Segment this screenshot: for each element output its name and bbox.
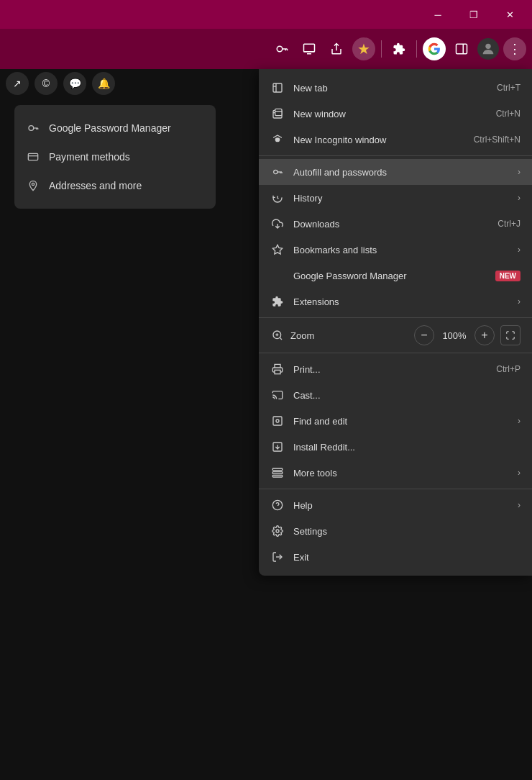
autofill-key-icon xyxy=(270,165,285,179)
divider-2 xyxy=(259,317,532,318)
help-icon xyxy=(270,498,285,512)
menu-item-new-tab[interactable]: New tab Ctrl+T xyxy=(259,75,532,101)
zoom-minus-button[interactable]: − xyxy=(414,325,434,345)
exit-icon xyxy=(270,550,285,564)
menu-item-print[interactable]: Print... Ctrl+P xyxy=(259,356,532,382)
exit-label: Exit xyxy=(293,552,520,563)
new-window-label: New window xyxy=(293,109,487,119)
menu-item-extensions[interactable]: Extensions › xyxy=(259,289,532,314)
menu-button[interactable]: ⋮ xyxy=(503,37,526,60)
sidebar-icon[interactable] xyxy=(450,37,473,60)
restore-button[interactable]: ❐ xyxy=(457,3,490,26)
google-icon[interactable] xyxy=(423,37,446,60)
bookmarks-arrow: › xyxy=(518,245,520,255)
downloads-label: Downloads xyxy=(293,219,489,230)
autofill-password-manager[interactable]: Google Password Manager xyxy=(14,114,216,142)
menu-item-downloads[interactable]: Downloads Ctrl+J xyxy=(259,211,532,237)
password-icon[interactable] xyxy=(270,37,293,60)
browser-toolbar: ★ ⋮ xyxy=(0,29,532,69)
autofill-addresses-label: Addresses and more xyxy=(49,180,142,191)
help-label: Help xyxy=(293,500,503,511)
print-icon xyxy=(270,362,285,376)
find-label: Find and edit xyxy=(293,416,503,427)
tab-icon-3[interactable]: 💬 xyxy=(63,72,86,95)
more-tools-arrow: › xyxy=(518,468,520,478)
incognito-label: New Incognito window xyxy=(293,135,465,145)
downloads-shortcut: Ctrl+J xyxy=(497,219,520,229)
tab-icon-1[interactable]: ↗ xyxy=(6,72,29,95)
share-icon[interactable] xyxy=(325,37,348,60)
svg-rect-32 xyxy=(275,370,280,373)
history-label: History xyxy=(293,193,503,204)
menu-item-install[interactable]: Install Reddit... xyxy=(259,434,532,460)
menu-item-bookmarks[interactable]: Bookmarks and lists › xyxy=(259,237,532,263)
bookmarks-label: Bookmarks and lists xyxy=(293,245,503,255)
menu-item-help[interactable]: Help › xyxy=(259,492,532,518)
password-mgr-icon xyxy=(270,268,285,283)
autofill-arrow: › xyxy=(518,167,520,177)
svg-point-43 xyxy=(276,530,279,532)
find-arrow: › xyxy=(518,416,520,426)
zoom-value: 100% xyxy=(440,330,469,341)
tab-icon-2[interactable]: © xyxy=(35,72,58,95)
menu-item-cast[interactable]: Cast... xyxy=(259,382,532,408)
menu-item-find[interactable]: Find and edit › xyxy=(259,408,532,434)
svg-rect-15 xyxy=(273,83,282,92)
svg-rect-40 xyxy=(272,475,282,477)
help-arrow: › xyxy=(518,500,520,510)
new-window-shortcut: Ctrl+N xyxy=(496,109,520,119)
autofill-payment[interactable]: Payment methods xyxy=(14,142,216,171)
autofill-addresses[interactable]: Addresses and more xyxy=(14,171,216,200)
print-shortcut: Ctrl+P xyxy=(496,364,520,374)
install-icon xyxy=(270,440,285,454)
autofill-password-label: Google Password Manager xyxy=(49,122,171,134)
minimize-button[interactable]: ─ xyxy=(421,3,454,26)
history-arrow: › xyxy=(518,193,520,203)
toolbar-divider2 xyxy=(416,40,417,58)
menu-item-more-tools[interactable]: More tools › xyxy=(259,460,532,486)
avatar[interactable] xyxy=(477,38,499,60)
menu-item-new-window[interactable]: New window Ctrl+N xyxy=(259,101,532,127)
menu-item-autofill[interactable]: Autofill and passwords › xyxy=(259,159,532,185)
extensions-icon[interactable] xyxy=(387,37,411,60)
zoom-icon xyxy=(270,328,285,343)
menu-item-exit[interactable]: Exit xyxy=(259,544,532,570)
svg-rect-5 xyxy=(457,44,467,54)
settings-label: Settings xyxy=(293,526,520,537)
toolbar-divider xyxy=(381,40,382,58)
menu-item-password-manager[interactable]: Google Password Manager NEW xyxy=(259,263,532,289)
svg-point-0 xyxy=(277,46,283,52)
password-manager-label: Google Password Manager xyxy=(293,271,484,281)
svg-rect-12 xyxy=(28,153,37,160)
find-icon xyxy=(270,414,285,428)
menu-item-incognito[interactable]: New Incognito window Ctrl+Shift+N xyxy=(259,127,532,153)
zoom-row: Zoom − 100% + xyxy=(259,321,532,350)
menu-item-settings[interactable]: Settings xyxy=(259,518,532,544)
autofill-popup: Google Password Manager Payment methods … xyxy=(14,105,216,209)
cast-icon[interactable] xyxy=(298,37,321,60)
bookmark-icon xyxy=(270,242,285,257)
new-tab-shortcut: Ctrl+T xyxy=(497,83,520,93)
svg-line-29 xyxy=(280,337,282,340)
zoom-plus-button[interactable]: + xyxy=(474,325,495,345)
zoom-controls: − 100% + xyxy=(414,325,520,345)
zoom-fullscreen-button[interactable] xyxy=(500,325,520,345)
location-icon xyxy=(26,178,40,193)
install-label: Install Reddit... xyxy=(293,442,520,453)
autofill-payment-label: Payment methods xyxy=(49,151,130,163)
close-button[interactable]: ✕ xyxy=(493,3,526,26)
menu-item-history[interactable]: History › xyxy=(259,185,532,211)
card-icon xyxy=(26,150,40,164)
content-area: ↗ © 💬 🔔 Google Password Manager xyxy=(0,69,532,780)
svg-point-35 xyxy=(276,420,279,422)
svg-point-7 xyxy=(485,44,490,49)
new-window-icon xyxy=(270,106,285,121)
title-bar: ─ ❐ ✕ xyxy=(0,0,532,29)
tab-icon-4[interactable]: 🔔 xyxy=(92,72,115,95)
svg-rect-38 xyxy=(272,468,282,471)
svg-rect-34 xyxy=(273,417,282,425)
context-menu: New tab Ctrl+T New window Ctrl+N xyxy=(259,69,532,576)
bookmark-star-icon[interactable]: ★ xyxy=(352,37,375,60)
extensions-arrow: › xyxy=(518,296,520,307)
new-tab-icon xyxy=(270,81,285,95)
